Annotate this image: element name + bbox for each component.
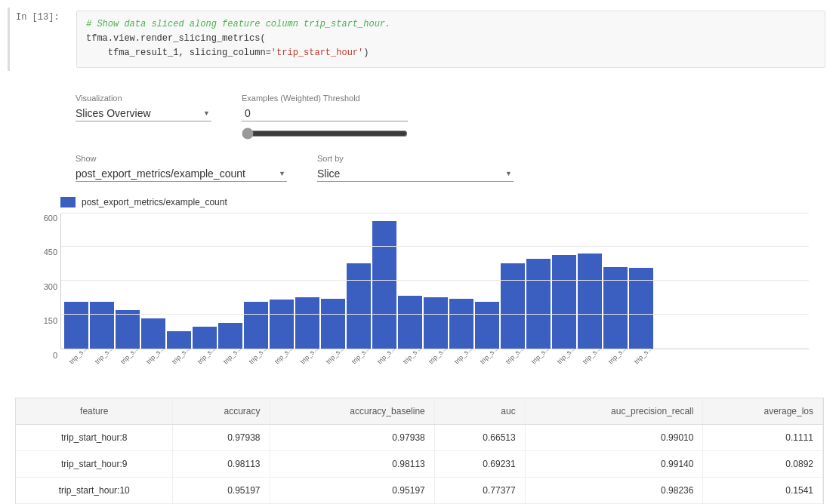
code-line-2: tfma.view.render_slicing_metrics( xyxy=(86,32,816,46)
col-average-loss: average_los xyxy=(703,398,823,425)
table-body: trip_start_hour:80.979380.979380.665130.… xyxy=(16,424,823,504)
visualization-label: Visualization xyxy=(76,94,211,103)
bar-16[interactable] xyxy=(475,302,499,349)
cell-input: In [13]: # Show data sliced along featur… xyxy=(8,8,831,71)
cell-label: In [13]: xyxy=(16,11,76,23)
bar-0[interactable] xyxy=(64,302,88,349)
col-auc: auc xyxy=(434,398,525,425)
code-paren: ) xyxy=(363,48,369,58)
table-row: trip_start_hour:90.981130.981130.692310.… xyxy=(16,450,823,477)
header-row: feature accuracy accuracy_baseline auc a… xyxy=(16,398,823,425)
bar-15[interactable] xyxy=(449,299,473,348)
table-cell-0-0: trip_start_hour:8 xyxy=(16,424,173,450)
legend-color-box xyxy=(60,197,76,207)
y-tick-150: 150 xyxy=(44,316,57,325)
y-tick-300: 300 xyxy=(44,282,57,291)
chart-legend: post_export_metrics/example_count xyxy=(30,197,809,207)
show-control: Show post_export_metrics/example_count xyxy=(76,154,287,182)
table-cell-0-4: 0.99010 xyxy=(525,424,703,450)
table-cell-1-4: 0.99140 xyxy=(525,450,703,477)
visualization-select[interactable]: Slices Overview xyxy=(76,106,211,121)
table-cell-1-3: 0.69231 xyxy=(434,450,525,477)
bar-21[interactable] xyxy=(603,267,628,349)
threshold-input[interactable] xyxy=(242,106,408,121)
table-cell-0-1: 0.97938 xyxy=(173,424,270,450)
table-cell-0-5: 0.1111 xyxy=(703,424,823,450)
visualization-select-wrapper[interactable]: Slices Overview xyxy=(76,106,211,121)
widget-container: Visualization Slices Overview Examples (… xyxy=(0,78,839,383)
col-feature: feature xyxy=(16,398,173,425)
bar-2[interactable] xyxy=(116,310,140,349)
col-accuracy: accuracy xyxy=(173,398,270,425)
show-label: Show xyxy=(76,154,287,163)
slider-container xyxy=(242,124,408,142)
col-accuracy-baseline: accuracy_baseline xyxy=(270,398,434,425)
bar-18[interactable] xyxy=(526,259,551,348)
bar-12[interactable] xyxy=(372,221,396,349)
code-line-1: # Show data sliced along feature column … xyxy=(86,17,816,32)
visualization-control: Visualization Slices Overview xyxy=(76,94,211,121)
table-header: feature accuracy accuracy_baseline auc a… xyxy=(16,398,823,425)
y-tick-600: 600 xyxy=(44,214,57,223)
chart-wrapper: 0 150 300 450 600 trip_s...trip_s...trip… xyxy=(30,214,809,383)
bar-17[interactable] xyxy=(501,263,525,349)
y-axis: 0 150 300 450 600 xyxy=(30,214,60,360)
bar-20[interactable] xyxy=(578,254,602,349)
table-cell-2-3: 0.77377 xyxy=(434,477,525,503)
table-row: trip_start_hour:100.951970.951970.773770… xyxy=(16,477,823,503)
bar-11[interactable] xyxy=(347,263,371,349)
bar-1[interactable] xyxy=(90,302,114,349)
y-tick-0: 0 xyxy=(53,351,57,360)
chart-bars xyxy=(60,214,809,349)
table-cell-2-1: 0.95197 xyxy=(173,477,270,503)
bar-13[interactable] xyxy=(398,296,422,349)
bar-14[interactable] xyxy=(424,297,448,349)
code-comment: # Show data sliced along feature column … xyxy=(86,19,390,29)
top-controls-row: Visualization Slices Overview Examples (… xyxy=(15,94,824,142)
table-cell-2-4: 0.98236 xyxy=(525,477,703,503)
threshold-control: Examples (Weighted) Threshold xyxy=(242,94,408,142)
y-tick-450: 450 xyxy=(44,247,57,257)
col-auc-precision-recall: auc_precision_recall xyxy=(525,398,703,425)
table-row: trip_start_hour:80.979380.979380.665130.… xyxy=(16,424,823,450)
x-tick-22: trip_s... xyxy=(632,343,671,382)
table-cell-1-2: 0.98113 xyxy=(270,450,434,477)
legend-label: post_export_metrics/example_count xyxy=(82,197,227,207)
bar-7[interactable] xyxy=(244,302,268,349)
code-function: tfma.view.render_slicing_metrics( xyxy=(86,33,266,44)
bar-9[interactable] xyxy=(295,297,319,349)
table-cell-1-0: trip_start_hour:9 xyxy=(16,450,173,477)
threshold-slider[interactable] xyxy=(242,128,408,140)
x-axis: trip_s...trip_s...trip_s...trip_s...trip… xyxy=(60,349,809,383)
table-cell-0-3: 0.66513 xyxy=(434,424,525,450)
bar-8[interactable] xyxy=(270,300,294,348)
code-indent: tfma_result_1, slicing_column= xyxy=(86,48,271,58)
bar-19[interactable] xyxy=(552,255,576,349)
table-cell-1-5: 0.0892 xyxy=(703,450,823,477)
threshold-label: Examples (Weighted) Threshold xyxy=(242,94,408,103)
grid-line-300 xyxy=(61,280,809,281)
show-select-wrapper[interactable]: post_export_metrics/example_count xyxy=(76,166,287,182)
table-cell-2-2: 0.95197 xyxy=(270,477,434,503)
second-controls-row: Show post_export_metrics/example_count S… xyxy=(15,154,824,182)
table-cell-0-2: 0.97938 xyxy=(270,424,434,450)
code-line-3: tfma_result_1, slicing_column='trip_star… xyxy=(86,46,816,60)
grid-line-600 xyxy=(61,213,809,214)
table-cell-2-0: trip_start_hour:10 xyxy=(16,477,173,503)
grid-line-450 xyxy=(61,246,809,247)
sortby-label: Sort by xyxy=(317,154,514,163)
data-table: feature accuracy accuracy_baseline auc a… xyxy=(15,398,824,504)
code-string: 'trip_start_hour' xyxy=(271,48,363,58)
table-cell-2-5: 0.1541 xyxy=(703,477,823,503)
sortby-select[interactable]: Slice xyxy=(317,166,514,182)
sortby-control: Sort by Slice xyxy=(317,154,514,182)
notebook-cell: In [13]: # Show data sliced along featur… xyxy=(0,0,839,78)
table-cell-1-1: 0.98113 xyxy=(173,450,270,477)
show-select[interactable]: post_export_metrics/example_count xyxy=(76,166,287,182)
cell-code: # Show data sliced along feature column … xyxy=(76,11,825,68)
chart-area: post_export_metrics/example_count 0 150 … xyxy=(15,197,824,383)
bar-22[interactable] xyxy=(629,268,653,349)
sortby-select-wrapper[interactable]: Slice xyxy=(317,166,514,182)
metrics-table: feature accuracy accuracy_baseline auc a… xyxy=(16,398,823,504)
bar-10[interactable] xyxy=(321,299,345,348)
